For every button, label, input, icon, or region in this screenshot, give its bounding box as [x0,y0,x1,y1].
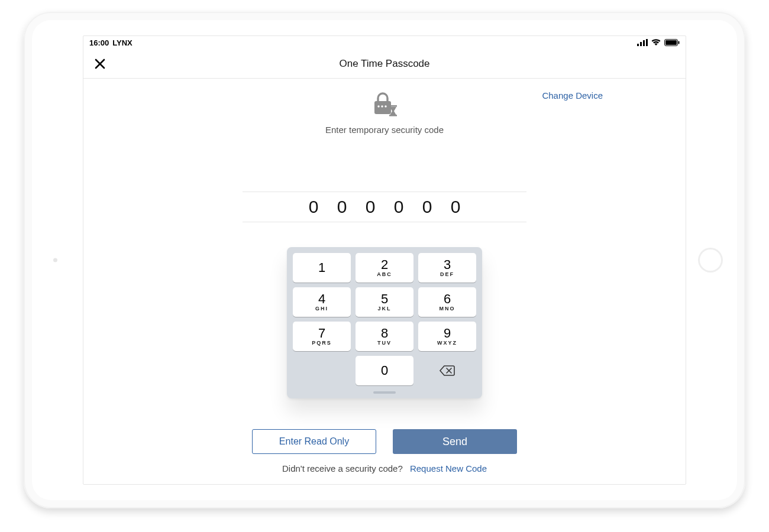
keypad-key-5[interactable]: 5JKL [356,287,413,317]
lock-timer-icon [370,92,399,119]
front-camera [53,258,57,262]
status-time: 16:00 [89,38,109,47]
svg-rect-7 [374,101,391,114]
tablet-frame: 16:00 LYNX [24,12,745,508]
keypad-key-8[interactable]: 8TUV [356,322,413,351]
svg-rect-5 [665,40,677,45]
passcode-digit: 0 [306,197,321,217]
passcode-digit: 0 [448,197,463,217]
keypad-handle[interactable] [373,391,396,394]
svg-rect-2 [643,40,645,46]
keypad-key-6[interactable]: 6MNO [418,287,476,317]
keypad-key-2[interactable]: 2ABC [356,253,413,283]
passcode-digit: 0 [419,197,435,217]
page-title: One Time Passcode [339,58,429,70]
home-button[interactable] [698,248,723,273]
status-bar: 16:00 LYNX [83,36,686,49]
keypad-key-7[interactable]: 7PQRS [293,322,351,351]
request-new-code-link[interactable]: Request New Code [410,463,487,473]
change-device-link[interactable]: Change Device [542,90,603,100]
nav-bar: One Time Passcode [83,49,686,79]
passcode-field[interactable]: 0 0 0 0 0 0 [243,192,526,222]
enter-read-only-button[interactable]: Enter Read Only [252,429,376,454]
svg-rect-11 [389,105,397,107]
send-button[interactable]: Send [393,429,517,454]
svg-point-9 [381,105,383,107]
prompt-subtitle: Enter temporary security code [325,125,444,135]
passcode-digit: 0 [363,197,378,217]
passcode-digit: 0 [334,197,350,217]
svg-rect-1 [640,42,642,46]
screen: 16:00 LYNX [83,35,686,485]
status-carrier: LYNX [112,38,132,47]
keypad-key-4[interactable]: 4GHI [293,287,351,317]
help-row: Didn't receive a security code? Request … [83,463,686,473]
svg-rect-0 [637,44,639,46]
cellular-signal-icon [637,39,648,46]
numeric-keypad: 1 2ABC 3DEF 4GHI 5JKL 6MNO 7PQRS 8TUV 9W… [287,247,482,398]
close-button[interactable] [94,58,106,70]
close-icon [94,58,106,70]
keypad-key-9[interactable]: 9WXYZ [418,322,476,351]
keypad-backspace[interactable] [418,356,476,385]
wifi-icon [651,39,661,46]
battery-icon [664,39,680,46]
svg-rect-6 [678,41,680,44]
help-question: Didn't receive a security code? [282,463,403,473]
keypad-blank [293,356,351,385]
keypad-key-1[interactable]: 1 [293,253,351,283]
svg-rect-3 [646,39,648,46]
keypad-key-0[interactable]: 0 [356,356,413,385]
passcode-digit: 0 [391,197,406,217]
svg-point-10 [384,105,386,107]
svg-rect-12 [389,115,397,116]
svg-point-8 [377,105,379,107]
backspace-icon [439,365,455,377]
keypad-key-3[interactable]: 3DEF [418,253,476,283]
